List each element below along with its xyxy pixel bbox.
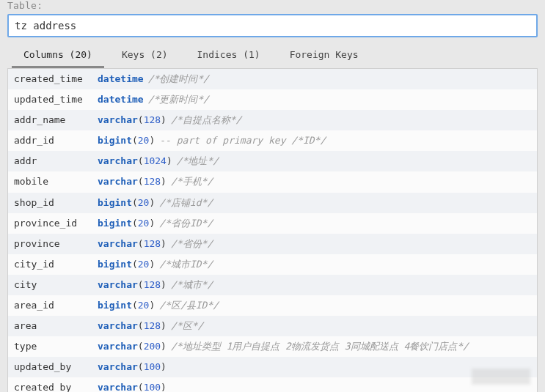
column-type: bigint(20) xyxy=(98,256,155,273)
column-row[interactable]: provincevarchar(128) /*省份*/ xyxy=(8,234,537,254)
table-name-input[interactable] xyxy=(7,14,538,37)
column-type: varchar(1024) xyxy=(98,153,172,169)
column-row[interactable]: created_byvarchar(100) xyxy=(8,377,537,392)
column-type: datetime xyxy=(98,92,144,108)
column-row[interactable]: mobilevarchar(128) /*手机*/ xyxy=(8,171,537,192)
column-row[interactable]: shop_idbigint(20) /*店铺id*/ xyxy=(8,193,537,213)
column-name: shop_id xyxy=(14,195,98,211)
column-type: varchar(128) xyxy=(98,236,167,252)
column-name: province_id xyxy=(14,215,98,232)
column-type: bigint(20) xyxy=(98,195,155,211)
column-row[interactable]: areavarchar(128) /*区*/ xyxy=(8,316,537,336)
column-comment: /*省份ID*/ xyxy=(155,215,213,232)
column-type: bigint(20) xyxy=(98,133,155,149)
column-row[interactable]: addr_namevarchar(128) /*自提点名称*/ xyxy=(8,110,537,130)
table-label: Table: xyxy=(0,0,545,14)
column-comment: /*城市*/ xyxy=(167,277,213,293)
tab-keys[interactable]: Keys (2) xyxy=(110,45,180,68)
column-name: area xyxy=(14,318,98,334)
columns-table: created_timedatetime /*创建时间*/updated_tim… xyxy=(7,68,538,392)
column-name: addr_name xyxy=(14,112,98,128)
column-name: city_id xyxy=(14,256,98,273)
column-row[interactable]: addrvarchar(1024) /*地址*/ xyxy=(8,151,537,171)
column-comment: /*店铺id*/ xyxy=(155,195,213,211)
column-row[interactable]: addr_idbigint(20) -- part of primary key… xyxy=(8,130,537,151)
column-type: varchar(100) xyxy=(98,359,167,375)
column-comment: /*手机*/ xyxy=(167,174,213,190)
column-type: varchar(128) xyxy=(98,174,167,190)
column-row[interactable]: city_idbigint(20) /*城市ID*/ xyxy=(8,254,537,275)
tab-columns[interactable]: Columns (20) xyxy=(12,45,104,68)
column-type: bigint(20) xyxy=(98,215,155,232)
column-name: city xyxy=(14,277,98,293)
column-name: type xyxy=(14,339,98,355)
column-comment: /*区/县ID*/ xyxy=(155,297,219,314)
column-name: addr_id xyxy=(14,133,98,149)
column-type: varchar(128) xyxy=(98,277,167,293)
column-name: addr xyxy=(14,153,98,169)
column-name: updated_by xyxy=(14,359,98,375)
column-comment: /*地址*/ xyxy=(172,153,219,169)
column-row[interactable]: area_idbigint(20) /*区/县ID*/ xyxy=(8,295,537,316)
column-comment: -- part of primary key /*ID*/ xyxy=(155,133,326,149)
column-comment: /*地址类型 1用户自提点 2物流发货点 3同城配送点 4餐饮门店点*/ xyxy=(167,339,469,355)
column-name: updated_time xyxy=(14,92,98,108)
column-type: datetime xyxy=(98,71,144,87)
column-type: bigint(20) xyxy=(98,297,155,314)
column-comment: /*区*/ xyxy=(167,318,203,334)
column-type: varchar(128) xyxy=(98,318,167,334)
tabs-bar: Columns (20)Keys (2)Indices (1)Foreign K… xyxy=(0,42,545,68)
watermark-blur xyxy=(472,369,530,385)
column-row[interactable]: updated_timedatetime /*更新时间*/ xyxy=(8,89,537,110)
tab-indices[interactable]: Indices (1) xyxy=(186,45,272,68)
column-comment: /*更新时间*/ xyxy=(144,92,209,108)
column-row[interactable]: cityvarchar(128) /*城市*/ xyxy=(8,275,537,295)
column-row[interactable]: province_idbigint(20) /*省份ID*/ xyxy=(8,213,537,234)
column-name: created_by xyxy=(14,380,98,392)
column-row[interactable]: typevarchar(200) /*地址类型 1用户自提点 2物流发货点 3同… xyxy=(8,336,537,357)
column-comment: /*城市ID*/ xyxy=(155,256,213,273)
column-name: area_id xyxy=(14,297,98,314)
column-name: province xyxy=(14,236,98,252)
column-type: varchar(100) xyxy=(98,380,167,392)
column-name: mobile xyxy=(14,174,98,190)
column-comment: /*自提点名称*/ xyxy=(167,112,241,128)
column-comment: /*省份*/ xyxy=(167,236,213,252)
column-name: created_time xyxy=(14,71,98,87)
column-row[interactable]: created_timedatetime /*创建时间*/ xyxy=(8,69,537,89)
column-comment: /*创建时间*/ xyxy=(144,71,209,87)
column-row[interactable]: updated_byvarchar(100) xyxy=(8,357,537,377)
column-type: varchar(128) xyxy=(98,112,167,128)
tab-foreign-keys[interactable]: Foreign Keys xyxy=(278,45,370,68)
column-type: varchar(200) xyxy=(98,339,167,355)
